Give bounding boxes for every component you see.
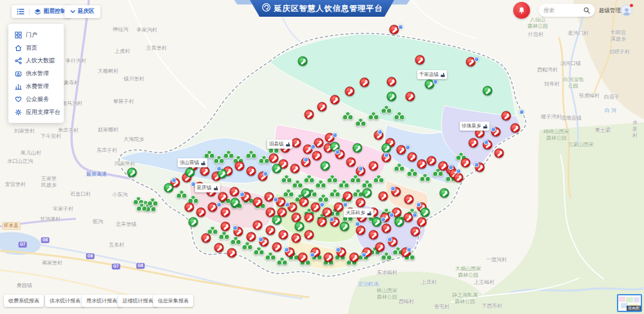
- well-marker-red[interactable]: [375, 243, 385, 252]
- well-marker-red[interactable]: [253, 198, 263, 207]
- village-cluster-marker[interactable]: [230, 236, 242, 246]
- village-cluster-marker[interactable]: [419, 172, 431, 183]
- device-marker-blue[interactable]: [390, 186, 395, 191]
- sidebar-item-4[interactable]: 水费管理: [8, 80, 64, 93]
- well-marker-red[interactable]: [469, 138, 478, 148]
- device-marker-blue[interactable]: [412, 212, 417, 217]
- well-marker-red[interactable]: [185, 203, 194, 212]
- well-marker-red[interactable]: [227, 248, 237, 258]
- report-button-0[interactable]: 收费系统报表: [4, 295, 44, 307]
- well-marker-red[interactable]: [305, 230, 314, 240]
- well-marker-red[interactable]: [411, 227, 421, 237]
- village-cluster-marker[interactable]: [242, 241, 253, 251]
- device-marker-blue[interactable]: [232, 225, 238, 230]
- device-marker-blue[interactable]: [519, 109, 524, 115]
- village-cluster-marker[interactable]: [147, 197, 158, 207]
- legend-list-icon[interactable]: [17, 8, 24, 15]
- device-marker-blue[interactable]: [319, 202, 325, 207]
- well-marker-green[interactable]: [231, 198, 240, 208]
- device-marker-blue[interactable]: [416, 202, 421, 207]
- well-marker-green[interactable]: [421, 208, 430, 217]
- well-marker-red[interactable]: [343, 192, 353, 201]
- town-label[interactable]: 延庆镇: [195, 183, 220, 192]
- well-marker-red[interactable]: [221, 222, 231, 232]
- device-marker-blue[interactable]: [448, 165, 453, 170]
- village-cluster-marker[interactable]: [342, 111, 354, 121]
- well-marker-red[interactable]: [269, 154, 279, 163]
- well-marker-red[interactable]: [369, 162, 379, 171]
- device-marker-blue[interactable]: [381, 217, 386, 222]
- well-marker-red[interactable]: [317, 102, 327, 112]
- village-cluster-marker[interactable]: [136, 202, 147, 212]
- well-marker-red[interactable]: [235, 162, 245, 171]
- sidebar-item-6[interactable]: 应用支撑平台: [8, 106, 64, 118]
- minimap-toggle[interactable]: 填色图: [617, 294, 642, 312]
- village-cluster-marker[interactable]: [276, 256, 288, 266]
- report-button-3[interactable]: 运维统计报表: [118, 295, 158, 307]
- well-marker-red[interactable]: [253, 221, 263, 230]
- village-cluster-marker[interactable]: [281, 174, 292, 184]
- well-marker-red[interactable]: [305, 110, 314, 120]
- town-label[interactable]: 大庄科乡: [344, 208, 374, 217]
- device-marker-blue[interactable]: [474, 162, 479, 167]
- well-marker-red[interactable]: [266, 226, 276, 236]
- device-marker-blue[interactable]: [343, 202, 348, 207]
- village-cluster-marker[interactable]: [218, 230, 230, 241]
- device-marker-blue[interactable]: [263, 171, 268, 176]
- well-marker-red[interactable]: [511, 124, 520, 133]
- device-marker-blue[interactable]: [491, 127, 496, 132]
- sidebar-item-5[interactable]: 公众服务: [8, 93, 64, 106]
- device-marker-blue[interactable]: [273, 197, 278, 202]
- device-marker-blue[interactable]: [303, 157, 308, 162]
- device-marker-blue[interactable]: [332, 133, 337, 138]
- device-marker-blue[interactable]: [171, 178, 176, 183]
- device-marker-blue[interactable]: [474, 57, 479, 62]
- well-marker-red[interactable]: [247, 167, 256, 176]
- well-marker-green[interactable]: [185, 168, 195, 178]
- device-marker-blue[interactable]: [355, 221, 360, 226]
- village-cluster-marker[interactable]: [355, 117, 366, 127]
- well-marker-red[interactable]: [317, 217, 327, 227]
- town-label[interactable]: 千家店镇: [417, 70, 447, 79]
- report-button-1[interactable]: 供水统计报表: [45, 295, 85, 307]
- well-marker-red[interactable]: [502, 111, 511, 121]
- well-marker-red[interactable]: [461, 158, 471, 168]
- well-marker-red[interactable]: [290, 164, 300, 174]
- village-cluster-marker[interactable]: [406, 167, 418, 178]
- town-label[interactable]: 旧县镇: [267, 140, 292, 149]
- well-marker-red[interactable]: [356, 226, 366, 236]
- well-marker-red[interactable]: [221, 208, 231, 217]
- well-marker-green[interactable]: [164, 183, 174, 193]
- well-marker-red[interactable]: [454, 173, 464, 183]
- well-marker-red[interactable]: [408, 152, 417, 162]
- well-marker-green[interactable]: [295, 222, 305, 232]
- village-cluster-marker[interactable]: [253, 246, 265, 256]
- device-marker-blue[interactable]: [361, 252, 366, 257]
- device-marker-blue[interactable]: [285, 202, 290, 207]
- town-label[interactable]: 张山营镇: [178, 158, 207, 167]
- well-marker-red[interactable]: [356, 198, 366, 208]
- alarm-button[interactable]: [513, 2, 530, 19]
- report-button-4[interactable]: 信息采集报表: [153, 295, 193, 307]
- village-cluster-marker[interactable]: [381, 104, 392, 115]
- well-marker-red[interactable]: [406, 92, 415, 102]
- well-marker-green[interactable]: [483, 86, 493, 96]
- device-marker-blue[interactable]: [398, 24, 403, 30]
- village-cluster-marker[interactable]: [393, 111, 405, 121]
- well-marker-red[interactable]: [230, 187, 240, 197]
- well-marker-green[interactable]: [353, 143, 363, 153]
- village-cluster-marker[interactable]: [176, 189, 187, 199]
- well-marker-green[interactable]: [272, 164, 282, 174]
- device-marker-blue[interactable]: [456, 169, 461, 174]
- well-marker-red[interactable]: [387, 77, 397, 87]
- sidebar-item-3[interactable]: 供水管理: [8, 67, 64, 80]
- well-marker-green[interactable]: [301, 189, 311, 198]
- device-marker-blue[interactable]: [389, 212, 394, 217]
- well-marker-red[interactable]: [324, 253, 334, 263]
- sidebar-item-1[interactable]: 首页: [8, 41, 64, 54]
- well-marker-red[interactable]: [427, 156, 437, 166]
- well-marker-red[interactable]: [345, 87, 355, 97]
- village-cluster-marker[interactable]: [283, 188, 294, 198]
- well-marker-red[interactable]: [292, 213, 301, 223]
- device-marker-blue[interactable]: [216, 202, 222, 207]
